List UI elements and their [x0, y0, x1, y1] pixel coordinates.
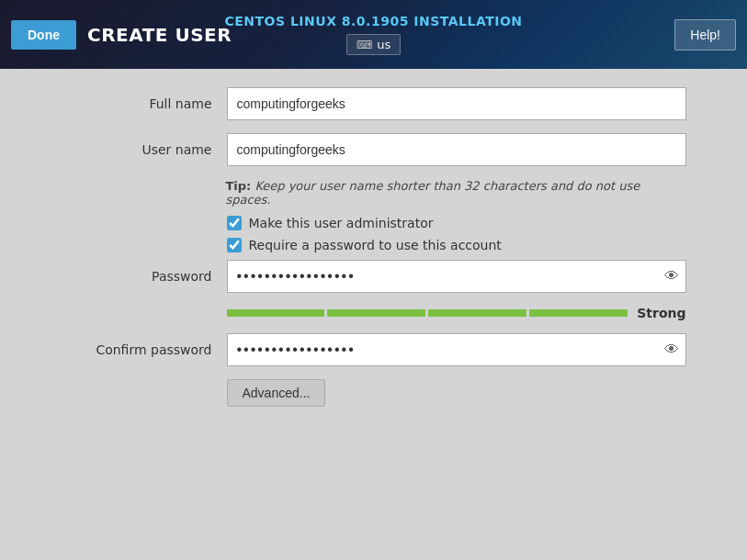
confirm-password-row: Confirm password 👁 [62, 333, 686, 366]
tip-spacer [62, 179, 226, 207]
strength-row: Strong [62, 306, 686, 320]
full-name-row: Full name [62, 87, 686, 120]
done-button[interactable]: Done [11, 20, 76, 50]
full-name-label: Full name [62, 96, 227, 111]
admin-checkbox[interactable] [227, 216, 242, 230]
password-req-checkbox-row: Require a password to use this account [62, 238, 686, 252]
password-input-wrapper: 👁 [227, 260, 686, 293]
keyboard-indicator[interactable]: ⌨ us [346, 34, 401, 55]
password-req-label[interactable]: Require a password to use this account [227, 238, 502, 252]
strength-label: Strong [637, 306, 685, 320]
strength-seg-1 [227, 309, 325, 317]
strength-seg-4 [529, 309, 628, 317]
strength-bars [227, 309, 628, 317]
password-input[interactable] [227, 260, 686, 293]
tip-text: Tip: Keep your user name shorter than 32… [225, 179, 685, 207]
header: Done CREATE USER CENTOS LINUX 8.0.1905 I… [0, 0, 747, 69]
content-area: Full name User name Tip: Keep your user … [0, 69, 747, 560]
tip-row: Tip: Keep your user name shorter than 32… [62, 179, 686, 207]
advanced-button[interactable]: Advanced... [227, 379, 326, 407]
password-label: Password [62, 269, 227, 284]
tip-bold: Tip: [225, 179, 251, 193]
user-name-label: User name [62, 142, 227, 157]
password-req-label-text: Require a password to use this account [249, 238, 502, 252]
strength-seg-3 [428, 309, 526, 317]
confirm-eye-icon: 👁 [664, 342, 679, 357]
user-name-input[interactable] [227, 133, 686, 166]
user-name-row: User name [62, 133, 686, 166]
form-container: Full name User name Tip: Keep your user … [43, 87, 705, 407]
confirm-password-label: Confirm password [62, 342, 227, 357]
confirm-password-input-wrapper: 👁 [227, 333, 686, 366]
admin-checkbox-row: Make this user administrator [62, 216, 686, 230]
install-title: CENTOS LINUX 8.0.1905 INSTALLATION [224, 14, 522, 28]
advanced-row: Advanced... [62, 379, 686, 407]
strength-seg-2 [327, 309, 425, 317]
strength-bar-container: Strong [227, 306, 686, 320]
confirm-password-input[interactable] [227, 333, 686, 366]
admin-label-text: Make this user administrator [249, 216, 434, 230]
header-left: Done CREATE USER [11, 20, 232, 50]
page-title: CREATE USER [87, 24, 232, 46]
password-row: Password 👁 [62, 260, 686, 293]
advanced-spacer [62, 379, 227, 407]
tip-content: Keep your user name shorter than 32 char… [225, 179, 639, 207]
header-center: CENTOS LINUX 8.0.1905 INSTALLATION ⌨ us [224, 14, 522, 55]
keyboard-icon: ⌨ [357, 39, 372, 51]
eye-icon: 👁 [664, 268, 679, 284]
keyboard-lang: us [377, 38, 390, 51]
full-name-input[interactable] [227, 87, 686, 120]
confirm-password-eye-button[interactable]: 👁 [664, 342, 679, 358]
admin-checkbox-label[interactable]: Make this user administrator [227, 216, 434, 230]
password-eye-button[interactable]: 👁 [664, 268, 679, 285]
help-button[interactable]: Help! [674, 19, 736, 50]
password-req-checkbox[interactable] [227, 238, 242, 252]
